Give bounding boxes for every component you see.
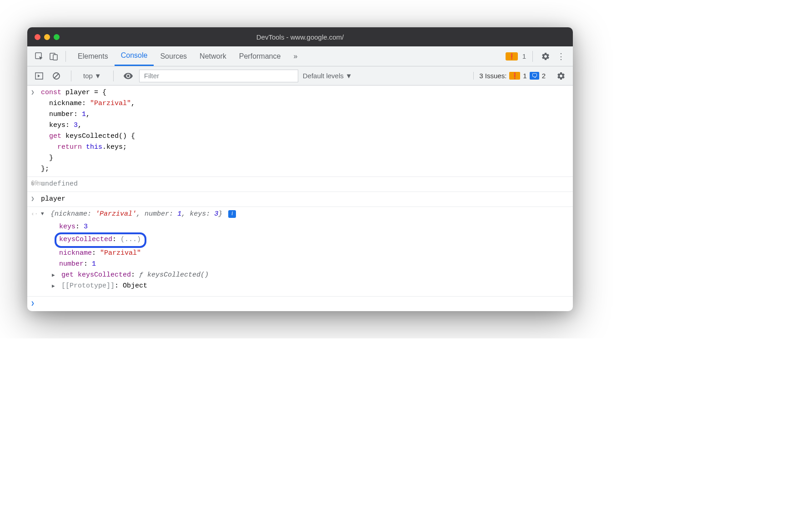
levels-label: Default levels [303, 72, 344, 80]
tab-performance[interactable]: Performance [233, 46, 287, 66]
expand-triangle-icon[interactable]: ▶ [52, 282, 57, 291]
tab-sources[interactable]: Sources [154, 46, 193, 66]
live-expression-icon[interactable] [122, 70, 135, 82]
info-icon: 🗨 [530, 72, 539, 80]
filter-input[interactable] [139, 70, 298, 82]
warning-icon: ❗ [508, 53, 515, 60]
inspect-element-icon[interactable] [33, 50, 45, 63]
output-chevron-icon: ‹· [31, 210, 37, 219]
highlight-annotation: keysCollected: (...) [55, 232, 146, 248]
code-block[interactable]: const player = { nickname: "Parzival", n… [41, 87, 568, 175]
object-property-row[interactable]: keys: 3 [41, 222, 568, 232]
console-input-prompt[interactable]: ❯ [27, 297, 573, 311]
console-input-row: ❯ const player = { nickname: "Parzival",… [27, 86, 573, 177]
divider [71, 71, 71, 81]
console-output-row: ‹· ▼ {nickname: 'Parzival', number: 1, k… [27, 207, 573, 297]
divider [532, 51, 533, 62]
expand-triangle-icon[interactable]: ▶ [52, 272, 57, 280]
panel-tabs: Elements Console Sources Network Perform… [71, 46, 504, 66]
divider [113, 71, 114, 81]
object-property-row[interactable]: nickname: "Parzival" [41, 248, 568, 259]
svg-rect-2 [53, 55, 57, 60]
window-title: DevTools - www.google.com/ [27, 33, 573, 41]
context-selector[interactable]: top ▼ [80, 70, 105, 81]
context-label: top [83, 72, 93, 80]
expand-triangle-icon[interactable]: ▼ [41, 210, 46, 218]
sidebar-toggle-icon[interactable] [33, 70, 45, 82]
input-chevron-icon: ❯ [31, 195, 37, 204]
console-input-row: ❯ player [27, 192, 573, 207]
tab-network[interactable]: Network [193, 46, 233, 66]
devtools-window: DevTools - www.google.com/ Elements Cons… [27, 27, 573, 311]
warning-badge[interactable]: ❗ [506, 52, 518, 60]
object-property-row[interactable]: ▶ [[Prototype]]: Object [41, 281, 568, 292]
tab-console[interactable]: Console [115, 46, 154, 66]
toolbar-right: ❗ 1 ⋮ [506, 50, 567, 63]
chevron-down-icon: ▼ [95, 72, 101, 80]
settings-icon[interactable] [539, 50, 552, 63]
info-icon[interactable]: i [228, 210, 236, 218]
object-property-row[interactable]: keysCollected: (...) [41, 232, 568, 248]
output-chevron-icon: ‹· [31, 180, 37, 189]
divider [65, 51, 66, 62]
issues-warn-count: 1 [523, 72, 526, 80]
warning-icon: ❗ [509, 72, 520, 80]
warning-count: 1 [522, 52, 526, 60]
titlebar: DevTools - www.google.com/ [27, 27, 573, 46]
device-toolbar-icon[interactable] [47, 50, 60, 63]
code-block[interactable]: player [41, 195, 65, 203]
tab-elements[interactable]: Elements [71, 46, 115, 66]
object-preview[interactable]: ▼ {nickname: 'Parzival', number: 1, keys… [41, 209, 568, 220]
more-tabs-button[interactable]: » [287, 46, 304, 66]
more-options-icon[interactable]: ⋮ [555, 50, 567, 63]
issues-label: 3 Issues: [479, 72, 506, 80]
issues-info-count: 2 [542, 72, 546, 80]
log-levels-selector[interactable]: Default levels ▼ [303, 72, 352, 80]
output-value: undefined [41, 180, 78, 188]
console-settings-icon[interactable] [555, 70, 567, 82]
clear-console-icon[interactable] [50, 70, 63, 82]
chevron-down-icon: ▼ [346, 72, 352, 80]
console-output: ❯ const player = { nickname: "Parzival",… [27, 86, 573, 311]
input-chevron-icon: ❯ [31, 299, 37, 309]
object-property-row[interactable]: number: 1 [41, 259, 568, 270]
console-output-row: �शिवा ‹· undefined [27, 177, 573, 192]
svg-line-5 [54, 74, 59, 78]
input-chevron-icon: ❯ [31, 88, 37, 98]
main-toolbar: Elements Console Sources Network Perform… [27, 46, 573, 66]
object-property-row[interactable]: ▶ get keysCollected: ƒ keysCollected() [41, 270, 568, 281]
console-toolbar: top ▼ Default levels ▼ 3 Issues: ❗ 1 🗨 2 [27, 66, 573, 86]
issues-summary[interactable]: 3 Issues: ❗ 1 🗨 2 [473, 72, 546, 80]
